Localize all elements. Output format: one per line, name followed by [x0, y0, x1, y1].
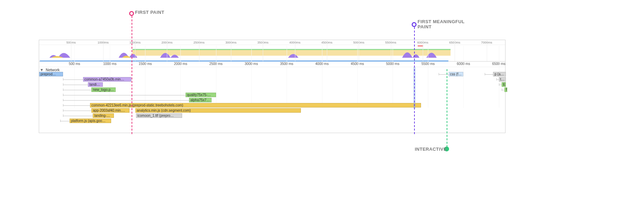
section-network-header[interactable]: ▼ Network: [40, 68, 60, 72]
wait-line: [63, 85, 88, 85]
wait-line: [63, 105, 90, 106]
overview-gridline: [391, 40, 391, 61]
detail-gridline: [428, 46, 428, 108]
overview-gridline: [103, 40, 104, 61]
resource-bar[interactable]: icomoon_1.ttf (prepro…: [136, 113, 182, 118]
wait-cap: [63, 83, 63, 86]
wait-line: [63, 116, 93, 116]
waterfall-row[interactable]: EInbV5Df…: [39, 82, 505, 87]
overview-gridline: [263, 40, 263, 61]
overview-gridline: [167, 40, 167, 61]
wait-line: [63, 100, 189, 101]
wait-cap: [439, 73, 439, 75]
resource-bar[interactable]: common-42213ee6.min.js (preprod-static.t…: [90, 103, 421, 107]
section-network-label: Network: [46, 68, 60, 72]
detail-gridline: [499, 46, 499, 108]
detail-gridline: [287, 46, 287, 108]
marker-fmp-line: [414, 27, 415, 134]
svg-rect-1: [133, 49, 451, 50]
detail-gridline: [216, 46, 216, 108]
marker-interactive-line: [447, 69, 447, 147]
wait-cap: [63, 104, 63, 106]
wait-cap: [497, 78, 497, 81]
waterfall-row[interactable]: app-2003af40.min.…analytics.min.js (cdn.…: [39, 108, 505, 113]
resource-bar[interactable]: css (f…: [449, 72, 464, 76]
overview-graph: [39, 45, 505, 58]
detail-gridline: [357, 46, 358, 108]
marker-interactive-label: INTERACTIVE: [415, 147, 447, 152]
wait-cap: [63, 78, 63, 81]
marker-fmp-dot: [412, 22, 417, 27]
detail-ruler: 500 ms1000 ms1500 ms2000 ms2500 ms3000 m…: [39, 62, 505, 67]
wait-line: [63, 95, 185, 95]
resource-bar[interactable]: platform.js (apis.goo…: [70, 119, 111, 123]
overview-gridline: [71, 40, 71, 61]
overview-gridline: [359, 40, 359, 61]
resource-bar[interactable]: analytics.min.js (cdn.segment.com): [135, 108, 301, 113]
wait-cap: [63, 114, 63, 117]
wait-line: [485, 74, 493, 75]
overview-gridline: [295, 40, 295, 61]
resource-bar[interactable]: common-a7450a0b.min…: [83, 77, 131, 82]
resource-bar[interactable]: EInbV5Df…: [502, 82, 506, 87]
overview-gridline: [455, 40, 455, 61]
resource-bar[interactable]: app-2003af40.min.…: [91, 108, 129, 113]
detail-gridline: [145, 46, 145, 108]
wait-cap: [63, 94, 63, 96]
wait-line: [63, 79, 83, 80]
overview-gridline: [487, 40, 487, 61]
marker-first-paint-dot: [129, 11, 134, 16]
waterfall-row[interactable]: quality75x75-…: [39, 93, 505, 98]
waterfall-row[interactable]: common-42213ee6.min.js (preprod-static.t…: [39, 103, 505, 108]
resource-bar[interactable]: favicon…: [504, 87, 507, 92]
wait-cap: [63, 88, 63, 91]
resource-bar[interactable]: preprod…: [39, 72, 63, 76]
wait-line: [63, 111, 91, 111]
resource-bar[interactable]: p (api.s…: [493, 72, 506, 76]
wait-cap: [63, 109, 63, 112]
overview-gridline: [135, 40, 135, 61]
wait-cap: [485, 73, 485, 75]
detail-gridline: [74, 46, 75, 108]
marker-first-paint-line: [132, 16, 132, 134]
resource-bar[interactable]: alpha75x75…: [189, 98, 212, 102]
waterfall-row[interactable]: landing-…icomoon_1.ttf (prepro…: [39, 113, 505, 119]
overview-ruler: 500ms1000ms1500ms2000ms2500ms3000ms3500m…: [39, 40, 505, 45]
wait-line: [499, 85, 502, 85]
overview-gridline: [231, 40, 231, 61]
detail-gridline: [463, 46, 464, 108]
resource-bar[interactable]: quality75x75-…: [186, 93, 216, 97]
timeline-panel[interactable]: 500ms1000ms1500ms2000ms2500ms3000ms3500m…: [39, 40, 506, 133]
overview-strip[interactable]: 500ms1000ms1500ms2000ms2500ms3000ms3500m…: [39, 40, 505, 62]
waterfall-row[interactable]: platform.js (apis.goo…: [39, 119, 505, 124]
wait-cap: [60, 120, 61, 122]
wait-cap: [502, 88, 502, 91]
overview-gridline: [327, 40, 327, 61]
resource-bar[interactable]: landin…: [88, 82, 103, 87]
waterfall-row[interactable]: alpha75x75…: [39, 98, 505, 103]
network-waterfall[interactable]: preprod…common-a7450a0b.min…landin…new_l…: [39, 72, 505, 133]
marker-first-paint-label: FIRST PAINT: [135, 10, 164, 15]
detail-gridline: [322, 46, 322, 108]
detail-gridline: [251, 46, 252, 108]
overview-gridline: [423, 40, 423, 61]
waterfall-row[interactable]: p (api.s…: [39, 72, 505, 77]
marker-fmp-label: FIRST MEANINGFUL PAINT: [418, 19, 473, 30]
wait-line: [60, 121, 70, 121]
disclosure-triangle-icon[interactable]: ▼: [40, 68, 44, 72]
detail-gridline: [180, 46, 181, 108]
overview-svg: [39, 45, 505, 58]
resource-bar[interactable]: new_logo.p…: [91, 87, 115, 92]
wait-line: [63, 90, 91, 90]
resource-bar[interactable]: t (api.segment.io): [499, 77, 506, 82]
detail-gridline: [393, 46, 393, 108]
overview-gridline: [199, 40, 199, 61]
detail-gridline: [110, 46, 110, 108]
wait-line: [502, 90, 504, 90]
wait-cap: [63, 99, 63, 101]
wait-cap: [499, 83, 499, 86]
resource-bar[interactable]: landing-…: [93, 113, 114, 118]
